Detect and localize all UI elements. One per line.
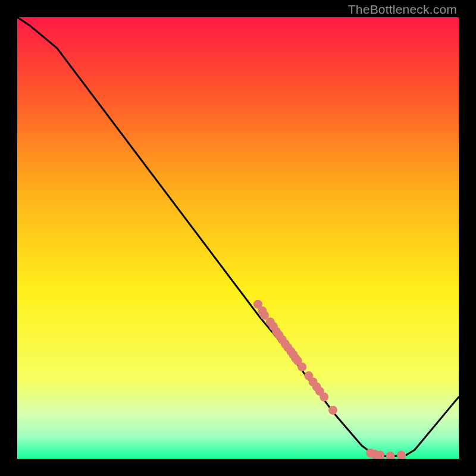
data-point [320,393,328,402]
data-point [298,362,306,371]
data-point [328,406,337,415]
watermark-text: TheBottleneck.com [348,2,457,17]
bottleneck-chart [17,17,459,459]
chart-frame [17,17,459,459]
